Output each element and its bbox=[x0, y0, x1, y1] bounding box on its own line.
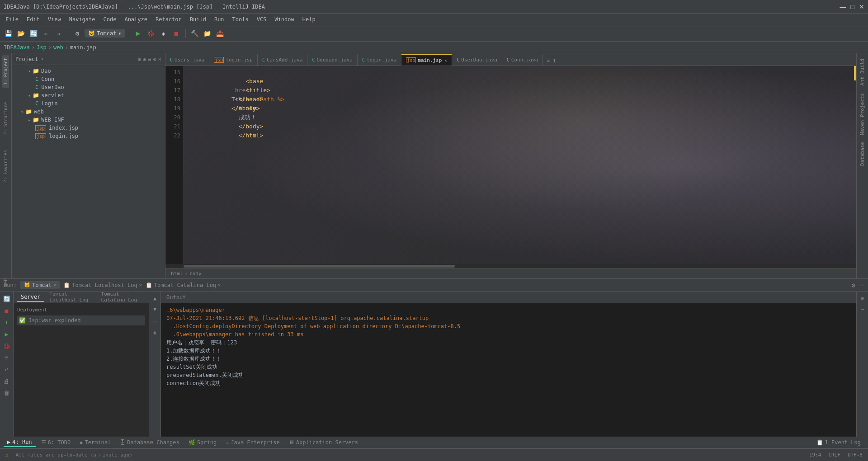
database-label[interactable]: Database bbox=[859, 138, 865, 169]
menu-item-file[interactable]: File bbox=[2, 15, 22, 24]
todo-tool-tab[interactable]: ☰ 6: TODO bbox=[38, 438, 75, 447]
project-close-icon[interactable]: ✕ bbox=[158, 56, 161, 62]
breadcrumb-html[interactable]: html bbox=[171, 271, 183, 277]
sync-button[interactable]: 🔄 bbox=[28, 28, 39, 39]
localhost-log-close[interactable]: ✕ bbox=[139, 282, 142, 287]
tree-login-file[interactable]: C login bbox=[12, 99, 165, 108]
tab-loginjava[interactable]: C login.java bbox=[358, 54, 401, 66]
filter-button[interactable]: ≡ bbox=[1, 352, 12, 363]
code-editor[interactable]: <base href= <%=basePath %> /> <title> Ti… bbox=[184, 66, 856, 264]
java-enterprise-tool-tab[interactable]: ☕ Java Enterprise bbox=[222, 438, 283, 447]
tree-servlet-folder[interactable]: ▾ 📁 servlet bbox=[12, 91, 165, 99]
tab-usersjava[interactable]: C Users.java bbox=[165, 54, 209, 66]
run-tool-tab[interactable]: ▶ 4: Run bbox=[4, 438, 36, 447]
status-position[interactable]: 19:4 bbox=[809, 452, 821, 458]
folder-button[interactable]: 📁 bbox=[202, 28, 213, 39]
scroll-down-button[interactable]: ▼ bbox=[150, 304, 160, 314]
stop-server-button[interactable]: ■ bbox=[1, 305, 12, 316]
server-tab-server[interactable]: Server bbox=[17, 293, 44, 302]
debug-server-button[interactable]: 🐞 bbox=[1, 340, 12, 351]
menu-item-tools[interactable]: Tools bbox=[229, 15, 252, 24]
tree-loginjsp-file[interactable]: jsp login.jsp bbox=[12, 132, 165, 140]
menu-item-build[interactable]: Build bbox=[186, 15, 210, 24]
project-expand-icon[interactable]: ⊞ bbox=[143, 56, 146, 62]
project-collapse-icon[interactable]: ⊟ bbox=[148, 56, 151, 62]
scroll-filter-button[interactable]: ⇅ bbox=[150, 328, 160, 338]
stop-button[interactable]: ■ bbox=[171, 28, 182, 39]
tree-indexjsp-file[interactable]: jsp index.jsp bbox=[12, 124, 165, 132]
tomcat-dropdown[interactable]: 🐱 Tomcat ▾ bbox=[85, 29, 125, 38]
forward-button[interactable]: → bbox=[53, 28, 64, 39]
tomcat-tab-close[interactable]: ✕ bbox=[53, 282, 56, 287]
minimize-button[interactable]: — bbox=[840, 3, 846, 10]
app-servers-tool-tab[interactable]: 🖥 Application Servers bbox=[285, 438, 362, 447]
coverage-button[interactable]: ◈ bbox=[158, 28, 169, 39]
run-settings-icon[interactable]: ⚙ bbox=[851, 282, 855, 289]
save-button[interactable]: 💾 bbox=[3, 28, 14, 39]
run-server-button[interactable]: ▶ bbox=[1, 329, 12, 339]
web-panel-toggle[interactable]: Web bbox=[2, 276, 9, 278]
menu-item-analyze[interactable]: Analyze bbox=[121, 15, 151, 24]
status-crlf[interactable]: CRLF bbox=[828, 452, 840, 458]
menu-item-run[interactable]: Run bbox=[211, 15, 228, 24]
localhost-log-tab[interactable]: 📋 Tomcat Localhost Log ✕ bbox=[63, 282, 142, 288]
menu-item-vcs[interactable]: VCS bbox=[253, 15, 270, 24]
deployment-item[interactable]: ✅ Jsp:war exploded bbox=[17, 315, 145, 325]
output-settings-button[interactable]: ⚙ bbox=[858, 293, 868, 303]
terminal-tool-tab[interactable]: ▪ Terminal bbox=[76, 438, 114, 447]
tab-close-mainjsp[interactable]: ✕ bbox=[444, 58, 447, 63]
run-button[interactable]: ▶ bbox=[133, 28, 144, 39]
update-server-button[interactable]: ⬆ bbox=[1, 317, 12, 328]
menu-item-refactor[interactable]: Refactor bbox=[152, 15, 185, 24]
db-changes-tool-tab[interactable]: 🗄 Database Changes bbox=[116, 438, 183, 447]
git-button[interactable]: 📤 bbox=[215, 28, 226, 39]
maximize-button[interactable]: □ bbox=[851, 3, 854, 10]
output-close-button[interactable]: — bbox=[858, 304, 868, 314]
catalina-log-close[interactable]: ✕ bbox=[218, 282, 221, 287]
menu-item-code[interactable]: Code bbox=[100, 15, 120, 24]
menu-item-help[interactable]: Help bbox=[299, 15, 319, 24]
menu-item-view[interactable]: View bbox=[44, 15, 65, 24]
tree-userdao-file[interactable]: C UserDao bbox=[12, 83, 165, 91]
project-panel-toggle[interactable]: 1: Project bbox=[2, 55, 9, 88]
tab-mainjsp[interactable]: jsp main.jsp ✕ bbox=[401, 54, 452, 66]
close-button[interactable]: ✕ bbox=[859, 3, 864, 10]
scroll-wrap-button[interactable]: ↩ bbox=[150, 317, 160, 327]
debug-button[interactable]: 🐞 bbox=[146, 28, 156, 39]
tab-loginjsp[interactable]: jsp login.jsp bbox=[209, 54, 258, 66]
run-config-button[interactable]: ⚙ bbox=[72, 28, 83, 39]
project-header-dropdown[interactable]: ▾ bbox=[41, 56, 44, 61]
spring-tool-tab[interactable]: 🌿 Spring bbox=[185, 438, 220, 447]
print-button[interactable]: 🖨 bbox=[1, 376, 12, 386]
tree-web-folder[interactable]: ▾ 📁 web bbox=[12, 108, 165, 116]
tab-connjava[interactable]: C Conn.java bbox=[502, 54, 543, 66]
run-minimize-icon[interactable]: — bbox=[861, 282, 864, 289]
tree-dao-folder[interactable]: ▾ 📁 Dao bbox=[12, 67, 165, 75]
tab-carsaddjava[interactable]: C CarsAdd.java bbox=[258, 54, 308, 66]
favorites-panel-toggle[interactable]: 2: Favorites bbox=[2, 147, 9, 185]
open-button[interactable]: 📂 bbox=[15, 28, 26, 39]
restart-server-button[interactable]: 🔄 bbox=[1, 293, 12, 304]
breadcrumb-ideajava[interactable]: IDEAJava bbox=[4, 44, 30, 51]
back-button[interactable]: ← bbox=[41, 28, 52, 39]
breadcrumb-web[interactable]: web bbox=[53, 44, 63, 51]
tree-conn-file[interactable]: C Conn bbox=[12, 75, 165, 83]
breadcrumb-jsp[interactable]: Jsp bbox=[37, 44, 47, 51]
server-tab-localhost[interactable]: Tomcat Localhost Log bbox=[46, 292, 95, 305]
event-log-tool-tab[interactable]: 📋 1 Event Log bbox=[813, 438, 864, 447]
wrap-button[interactable]: ↩ bbox=[1, 364, 12, 375]
horizontal-scrollbar[interactable] bbox=[165, 264, 856, 268]
server-tab-catalina[interactable]: Tomcat Catalina Log bbox=[98, 292, 145, 305]
breadcrumb-mainjsp[interactable]: main.jsp bbox=[70, 44, 96, 51]
ant-build-label[interactable]: Ant Build bbox=[859, 55, 865, 89]
menu-item-navigate[interactable]: Navigate bbox=[66, 15, 99, 24]
more-tabs-indicator[interactable]: ≡ 1 bbox=[545, 56, 557, 66]
tomcat-run-tab[interactable]: 🐱 Tomcat ✕ bbox=[20, 281, 60, 289]
structure-panel-toggle[interactable]: 2: Structure bbox=[2, 99, 9, 137]
status-encoding[interactable]: UTF-8 bbox=[848, 452, 863, 458]
catalina-log-tab[interactable]: 📋 Tomcat Catalina Log ✕ bbox=[146, 282, 221, 288]
breadcrumb-body[interactable]: body bbox=[189, 271, 202, 277]
tab-userdaojava[interactable]: C UserDao.java bbox=[452, 54, 502, 66]
clear-button[interactable]: 🗑 bbox=[1, 387, 12, 398]
tree-webinf-folder[interactable]: ▸ 📁 WEB-INF bbox=[12, 116, 165, 124]
